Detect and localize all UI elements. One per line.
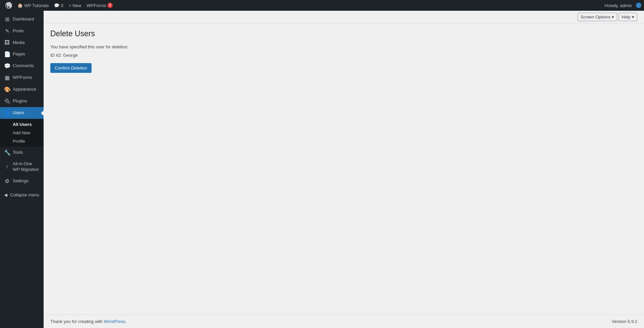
sidebar-item-plugins[interactable]: 🔌 Plugins (0, 95, 44, 107)
help-button[interactable]: Help ▾ (619, 13, 637, 21)
wp-footer: Thank you for creating with WordPress. V… (44, 315, 644, 328)
sidebar-item-allinone[interactable]: ↑ All-in-One WP Migration (0, 158, 44, 175)
plugins-icon: 🔌 (4, 98, 10, 104)
sidebar-label-pages: Pages (13, 51, 25, 57)
sidebar-item-appearance[interactable]: 🎨 Appearance (0, 84, 44, 95)
sidebar-item-pages[interactable]: 📄 Pages (0, 48, 44, 60)
content-topbar: Screen Options ▾ Help ▾ (44, 11, 644, 24)
sidebar-label-wpforms: WPForms (13, 75, 32, 81)
sidebar-item-media[interactable]: 🖼 Media (0, 37, 44, 48)
main-content: Screen Options ▾ Help ▾ Delete Users You… (44, 11, 644, 328)
help-chevron: ▾ (632, 14, 634, 19)
footer-text: Thank you for creating with (50, 319, 104, 324)
sidebar-item-comments[interactable]: 💬 Comments (0, 60, 44, 72)
allinone-icon: ↑ (4, 164, 10, 170)
screen-options-button[interactable]: Screen Options ▾ (578, 13, 618, 21)
adminbar-site[interactable]: 🏠 WP Tutorials (15, 0, 51, 11)
wordpress-link[interactable]: WordPress (104, 319, 125, 324)
help-label: Help (622, 14, 631, 19)
sidebar-item-settings[interactable]: ⚙ Settings (0, 175, 44, 187)
tools-icon: 🔧 (4, 149, 10, 156)
submenu-item-profile[interactable]: Profile (0, 137, 44, 145)
sidebar-item-tools[interactable]: 🔧 Tools (0, 147, 44, 158)
sidebar-label-media: Media (13, 40, 24, 46)
screen-options-label: Screen Options (581, 14, 611, 19)
avatar (636, 3, 641, 8)
sidebar-item-users[interactable]: 👤 Users (0, 107, 44, 119)
appearance-icon: 🎨 (4, 86, 10, 93)
plus-icon: + (69, 3, 71, 8)
comments-icon: 💬 (4, 63, 10, 69)
sidebar-label-tools: Tools (13, 150, 23, 155)
comments-icon: 💬 (54, 3, 59, 8)
adminbar-wpforms[interactable]: WPForms 2 (84, 0, 115, 11)
sidebar-label-users: Users (13, 110, 24, 116)
sidebar-label-posts: Posts (13, 28, 24, 34)
sidebar-label-allinone: All-in-One WP Migration (13, 161, 40, 173)
adminbar-wpforms-label: WPForms (87, 3, 106, 8)
adminbar-site-icon: 🏠 (17, 3, 23, 8)
adminbar-comments-count: 0 (61, 3, 63, 8)
sidebar-item-wpforms[interactable]: ▦ WPForms (0, 72, 44, 84)
users-submenu: All Users Add New Profile (0, 119, 44, 147)
wp-logo[interactable] (3, 0, 15, 11)
collapse-icon: ◀ (4, 192, 7, 197)
user-id-text: ID #2: George (50, 53, 637, 58)
collapse-menu[interactable]: ◀ Collapse menu (0, 190, 44, 200)
main-inner: Delete Users You have specified this use… (44, 24, 644, 315)
adminbar-comments[interactable]: 💬 0 (51, 0, 66, 11)
adminbar-site-name: WP Tutorials (24, 3, 49, 8)
sidebar-item-dashboard[interactable]: ⊞ Dashboard (0, 13, 44, 25)
submenu-item-all-users[interactable]: All Users (0, 120, 44, 129)
delete-info-text: You have specified this user for deletio… (50, 44, 637, 49)
collapse-label: Collapse menu (10, 192, 39, 197)
footer-thanks: Thank you for creating with WordPress. (50, 319, 126, 324)
sidebar: ⊞ Dashboard ✎ Posts 🖼 Media 📄 Pages 💬 Co… (0, 11, 44, 328)
wpforms-badge: 2 (107, 3, 113, 8)
footer-version: Version 5.9.2 (612, 319, 637, 324)
dashboard-icon: ⊞ (4, 16, 10, 22)
adminbar-new[interactable]: + New (66, 0, 84, 11)
pages-icon: 📄 (4, 51, 10, 57)
sidebar-label-comments: Comments (13, 63, 34, 69)
posts-icon: ✎ (4, 28, 10, 34)
media-icon: 🖼 (4, 40, 10, 46)
sidebar-label-plugins: Plugins (13, 98, 27, 104)
submenu-item-add-new[interactable]: Add New (0, 129, 44, 137)
wpforms-icon: ▦ (4, 75, 10, 81)
sidebar-item-posts[interactable]: ✎ Posts (0, 25, 44, 37)
sidebar-label-settings: Settings (13, 178, 29, 184)
confirm-deletion-button[interactable]: Confirm Deletion (50, 63, 92, 73)
users-icon: 👤 (4, 110, 10, 116)
sidebar-label-appearance: Appearance (13, 87, 36, 92)
admin-bar: 🏠 WP Tutorials 💬 0 + New WPForms 2 Howdy… (0, 0, 644, 11)
sidebar-label-dashboard: Dashboard (13, 16, 34, 22)
page-title: Delete Users (50, 29, 637, 39)
settings-icon: ⚙ (4, 178, 10, 184)
footer-period: . (125, 319, 127, 324)
screen-options-chevron: ▾ (612, 14, 614, 19)
adminbar-new-label: New (72, 3, 81, 8)
howdy-text: Howdy, admin (602, 3, 635, 8)
